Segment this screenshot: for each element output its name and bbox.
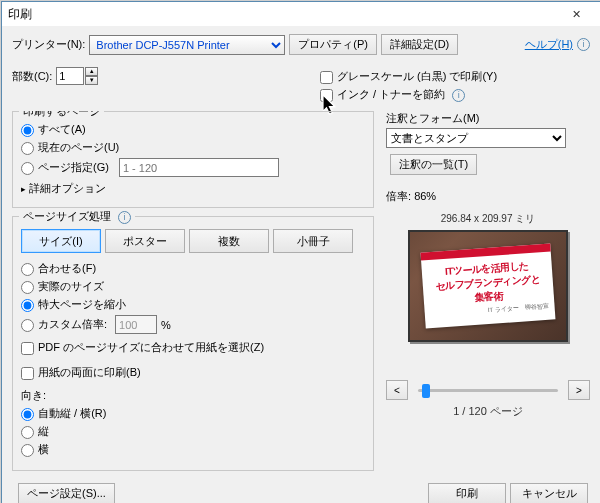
choose-paper-option[interactable]: PDF のページサイズに合わせて用紙を選択(Z) [21,341,264,353]
shrink-option[interactable]: 特大ページを縮小 [21,298,126,310]
pages-all-option[interactable]: すべて(A) [21,123,86,135]
pages-range-radio[interactable] [21,162,34,175]
pages-range-label: ページ指定(G) [38,161,109,173]
comments-select[interactable]: 文書とスタンプ [386,128,566,148]
pages-all-radio[interactable] [21,124,34,137]
grayscale-option[interactable]: グレースケール (白黒) で印刷(Y) [320,69,590,84]
orient-landscape-option[interactable]: 横 [21,443,49,455]
actual-label: 実際のサイズ [38,280,104,292]
grayscale-checkbox[interactable] [320,71,333,84]
actual-option[interactable]: 実際のサイズ [21,280,104,292]
tab-booklet[interactable]: 小冊子 [273,229,353,253]
copies-spinner[interactable]: ▲ ▼ [56,67,98,85]
save-ink-option[interactable]: インク / トナーを節約 i [320,87,590,102]
page-suffix: ページ [487,405,523,417]
page-slider[interactable] [418,389,558,392]
page-nav-row: < > [386,380,590,400]
advanced-button[interactable]: 詳細設定(D) [381,34,458,55]
custom-scale-input [115,315,157,334]
info-icon[interactable]: i [452,89,465,102]
close-button[interactable]: ✕ [558,2,594,26]
preview-area: 296.84 x 209.97 ミリ ITツールを活用した セルフブランディング… [386,204,590,479]
close-icon: ✕ [572,8,581,21]
print-button[interactable]: 印刷 [428,483,506,503]
slider-thumb[interactable] [422,384,430,398]
summarize-comments-button[interactable]: 注釈の一覧(T) [390,154,477,175]
custom-scale-radio[interactable] [21,319,34,332]
choose-paper-label: PDF のページサイズに合わせて用紙を選択(Z) [38,341,264,353]
page-dimensions: 296.84 x 209.97 ミリ [441,212,536,226]
tab-poster[interactable]: ポスター [105,229,185,253]
tab-size[interactable]: サイズ(I) [21,229,101,253]
orient-auto-radio[interactable] [21,408,34,421]
grayscale-label: グレースケール (白黒) で印刷(Y) [337,70,497,82]
properties-button[interactable]: プロパティ(P) [289,34,377,55]
pages-current-radio[interactable] [21,142,34,155]
tab-multiple[interactable]: 複数 [189,229,269,253]
sizing-group: ページサイズ処理 i サイズ(I) ポスター 複数 小冊子 合わせる(F) 実際… [12,216,374,471]
next-page-button[interactable]: > [568,380,590,400]
dialog-title: 印刷 [8,6,558,23]
save-ink-label: インク / トナーを節約 [337,88,445,100]
orientation-label: 向き: [21,388,365,403]
page-total: 120 [468,405,486,417]
dialog-body: プリンター(N): Brother DCP-J557N Printer プロパテ… [2,26,600,503]
printer-label: プリンター(N): [12,37,85,52]
spin-down-icon[interactable]: ▼ [85,76,98,85]
orient-auto-option[interactable]: 自動縦 / 横(R) [21,407,106,419]
pages-range-input[interactable] [119,158,279,177]
save-ink-checkbox[interactable] [320,89,333,102]
shrink-radio[interactable] [21,299,34,312]
choose-paper-checkbox[interactable] [21,342,34,355]
slide-preview: ITツールを活用した セルフブランディングと 集客術 IT ライター 柳谷智宣 [421,244,556,329]
shrink-label: 特大ページを縮小 [38,298,126,310]
pages-current-label: 現在のページ(U) [38,141,119,153]
page-range-legend: 印刷するページ [19,111,104,119]
custom-scale-label: カスタム倍率: [38,318,107,330]
page-indicator: 1 / 120 ページ [453,404,523,419]
orient-portrait-option[interactable]: 縦 [21,425,49,437]
pages-all-label: すべて(A) [38,123,86,135]
more-options-link[interactable]: 詳細オプション [21,181,365,196]
help-icon[interactable]: i [577,38,590,51]
duplex-label: 用紙の両面に印刷(B) [38,366,141,378]
left-panel: 印刷するページ すべて(A) 現在のページ(U) ページ指定(G) 詳細オプショ… [12,111,382,479]
duplex-option[interactable]: 用紙の両面に印刷(B) [21,366,141,378]
spin-up-icon[interactable]: ▲ [85,67,98,76]
orient-landscape-radio[interactable] [21,444,34,457]
percent-label: % [161,319,171,331]
printer-select[interactable]: Brother DCP-J557N Printer [89,35,285,55]
fit-option[interactable]: 合わせる(F) [21,262,96,274]
fit-radio[interactable] [21,263,34,276]
page-setup-button[interactable]: ページ設定(S)... [18,483,115,503]
sizing-legend: ページサイズ処理 i [19,209,135,224]
orient-portrait-radio[interactable] [21,426,34,439]
custom-scale-option[interactable]: カスタム倍率: [21,317,107,332]
print-dialog: 印刷 ✕ プリンター(N): Brother DCP-J557N Printer… [1,1,600,503]
prev-page-button[interactable]: < [386,380,408,400]
sizing-legend-text: ページサイズ処理 [23,210,111,222]
right-panel: 注釈とフォーム(M) 文書とスタンプ 注釈の一覧(T) 倍率: 86% 296.… [382,111,590,479]
pages-range-option[interactable]: ページ指定(G) [21,160,109,175]
help-link[interactable]: ヘルプ(H) [525,37,573,52]
printer-row: プリンター(N): Brother DCP-J557N Printer プロパテ… [12,34,590,55]
pages-current-option[interactable]: 現在のページ(U) [21,141,119,153]
copies-input[interactable] [56,67,84,85]
duplex-checkbox[interactable] [21,367,34,380]
orient-auto-label: 自動縦 / 横(R) [38,407,106,419]
fit-label: 合わせる(F) [38,262,96,274]
page-range-group: 印刷するページ すべて(A) 現在のページ(U) ページ指定(G) 詳細オプショ… [12,111,374,208]
scale-value: 86% [414,190,436,202]
orient-portrait-label: 縦 [38,425,49,437]
copies-label: 部数(C): [12,69,52,84]
page-thumbnail: ITツールを活用した セルフブランディングと 集客術 IT ライター 柳谷智宣 [408,230,568,342]
actual-radio[interactable] [21,281,34,294]
footer: ページ設定(S)... 印刷 キャンセル [12,479,590,503]
scale-label: 倍率: [386,190,414,202]
info-icon[interactable]: i [118,211,131,224]
orient-landscape-label: 横 [38,443,49,455]
cancel-button[interactable]: キャンセル [510,483,588,503]
titlebar: 印刷 ✕ [2,2,600,26]
comments-label: 注釈とフォーム(M) [386,111,590,126]
